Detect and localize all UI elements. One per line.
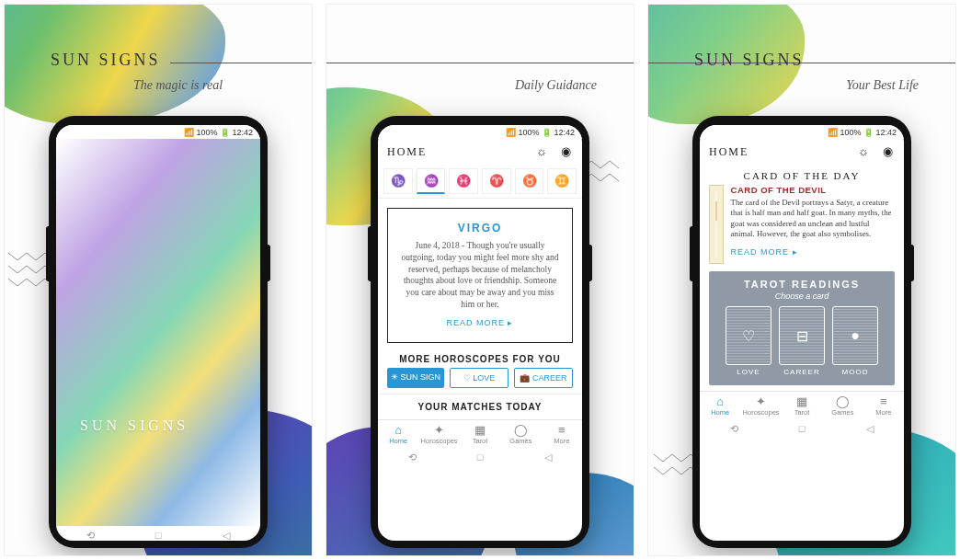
- nav-more[interactable]: ≡More: [542, 420, 582, 448]
- app-bar: HOME ☼ ◉: [378, 139, 582, 165]
- nav-more[interactable]: ≡More: [863, 392, 904, 419]
- home-icon[interactable]: □: [472, 451, 488, 461]
- cod-text: The card of the Devil portrays a Satyr, …: [731, 198, 895, 240]
- brand-title: SUN SIGNS: [694, 51, 805, 70]
- cards-icon: ▦: [460, 424, 500, 436]
- promo-panel-3: SUN SIGNS Your Best Life 📶 100% 🔋 12:42 …: [647, 4, 956, 556]
- status-bar: 📶 100% 🔋 12:42: [56, 125, 260, 139]
- android-navbar: ⟲ □ ◁: [56, 526, 260, 541]
- zodiac-chip[interactable]: ♊: [547, 168, 577, 194]
- cards-icon: ▦: [782, 395, 822, 407]
- status-bar: 📶 100% 🔋 12:42: [378, 125, 582, 139]
- star-icon: ✦: [740, 395, 781, 407]
- zodiac-chip[interactable]: ♒: [417, 168, 446, 194]
- zodiac-chip[interactable]: ♈: [482, 168, 511, 194]
- splash-screen: SUN SIGNS: [56, 139, 260, 526]
- zodiac-chip[interactable]: ♑: [383, 168, 413, 194]
- profile-icon[interactable]: ◉: [561, 144, 573, 158]
- heart-icon: ♡: [726, 306, 771, 365]
- read-more-link[interactable]: READ MORE ▸: [446, 318, 513, 327]
- chip-sunsign[interactable]: ☀ SUN SIGN: [387, 368, 444, 388]
- phone-mock: 📶 100% 🔋 12:42 HOME ☼ ◉ CARD OF THE DAY …: [692, 116, 911, 548]
- nav-home[interactable]: ⌂Home: [700, 392, 740, 419]
- screenshot-gallery: SUN SIGNS The magic is real 📶 100% 🔋 12:…: [0, 0, 960, 560]
- recent-icon[interactable]: ⟲: [404, 451, 420, 461]
- sign-name: VIRGO: [399, 222, 561, 234]
- nav-home[interactable]: ⌂Home: [378, 420, 418, 448]
- zodiac-chip[interactable]: ♓: [449, 168, 478, 194]
- circle-icon: ◯: [822, 395, 863, 407]
- phone-mock: 📶 100% 🔋 12:42 HOME ☼ ◉ ♑ ♒ ♓ ♈ ♉ ♊: [371, 116, 589, 548]
- zodiac-picker: ♑ ♒ ♓ ♈ ♉ ♊: [378, 165, 582, 199]
- horoscope-text: June 4, 2018 - Though you're usually out…: [399, 240, 561, 311]
- profile-icon[interactable]: ◉: [883, 144, 895, 158]
- menu-icon: ≡: [542, 424, 582, 436]
- phone-mock: 📶 100% 🔋 12:42 SUN SIGNS ⟲ □ ◁: [49, 116, 268, 548]
- nav-tarot[interactable]: ▦Tarot: [782, 392, 822, 419]
- back-icon[interactable]: ◁: [862, 423, 878, 432]
- chip-career[interactable]: 💼 CAREER: [514, 368, 573, 388]
- page-title: HOME: [709, 145, 749, 159]
- phone-screen: 📶 100% 🔋 12:42 HOME ☼ ◉ CARD OF THE DAY …: [700, 125, 904, 541]
- nav-games[interactable]: ◯Games: [822, 392, 863, 419]
- tarot-card-mood[interactable]: ●MOOD: [832, 306, 878, 376]
- theme-icon[interactable]: ☼: [858, 144, 871, 158]
- cod-header: CARD OF THE DAY: [709, 170, 895, 181]
- star-icon: ✦: [418, 424, 459, 436]
- panel-subtitle: The magic is real: [133, 78, 223, 93]
- back-icon[interactable]: ◁: [540, 451, 556, 461]
- panel-subtitle: Your Best Life: [846, 78, 919, 93]
- tarot-readings: TAROT READINGS Choose a card ♡LOVE ⊟CARE…: [709, 271, 895, 385]
- decor-rule: [170, 63, 312, 63]
- menu-icon: ≡: [863, 395, 904, 407]
- nav-horoscopes[interactable]: ✦Horoscopes: [418, 420, 459, 448]
- brand-title: SUN SIGNS: [51, 51, 161, 70]
- cod-title: CARD OF THE DEVIL: [731, 185, 895, 195]
- promo-panel-1: SUN SIGNS The magic is real 📶 100% 🔋 12:…: [4, 4, 313, 556]
- card-of-day: CARD OF THE DAY CARD OF THE DEVIL The ca…: [700, 165, 904, 264]
- circle-icon: ◯: [500, 424, 541, 436]
- nav-horoscopes[interactable]: ✦Horoscopes: [740, 392, 781, 419]
- phone-screen: 📶 100% 🔋 12:42 SUN SIGNS ⟲ □ ◁: [56, 125, 260, 541]
- bottom-nav: ⌂Home ✦Horoscopes ▦Tarot ◯Games ≡More: [378, 419, 582, 448]
- bottom-nav: ⌂Home ✦Horoscopes ▦Tarot ◯Games ≡More: [700, 391, 904, 419]
- tarot-card-career[interactable]: ⊟CAREER: [779, 306, 825, 376]
- back-icon[interactable]: ◁: [218, 530, 234, 539]
- tarot-card-image[interactable]: [709, 185, 724, 264]
- tarot-subtitle: Choose a card: [716, 291, 887, 301]
- decor-rule: [326, 63, 634, 63]
- zodiac-chip[interactable]: ♉: [515, 168, 544, 194]
- matches-header[interactable]: YOUR MATCHES TODAY: [378, 394, 582, 419]
- home-icon[interactable]: □: [794, 423, 810, 432]
- promo-panel-2: Daily Guidance 📶 100% 🔋 12:42 HOME ☼ ◉ ♑…: [326, 4, 634, 556]
- app-bar: HOME ☼ ◉: [700, 139, 904, 165]
- splash-wordmark: SUN SIGNS: [80, 417, 189, 434]
- recent-icon[interactable]: ⟲: [82, 530, 98, 539]
- tarot-card-love[interactable]: ♡LOVE: [726, 306, 771, 376]
- chip-love[interactable]: ♡ LOVE: [450, 368, 509, 388]
- theme-icon[interactable]: ☼: [536, 144, 549, 158]
- panel-subtitle: Daily Guidance: [515, 78, 597, 93]
- recent-icon[interactable]: ⟲: [726, 423, 742, 432]
- android-navbar: ⟲ □ ◁: [700, 419, 904, 434]
- horoscope-type-chips: ☀ SUN SIGN ♡ LOVE 💼 CAREER: [378, 368, 582, 394]
- briefcase-icon: ⊟: [779, 306, 825, 365]
- read-more-link[interactable]: READ MORE ▸: [731, 247, 798, 257]
- more-horoscopes-label: MORE HOROSCOPES FOR YOU: [378, 354, 582, 364]
- android-navbar: ⟲ □ ◁: [378, 448, 582, 463]
- phone-screen: 📶 100% 🔋 12:42 HOME ☼ ◉ ♑ ♒ ♓ ♈ ♉ ♊: [378, 125, 582, 541]
- home-icon[interactable]: □: [150, 530, 166, 539]
- home-icon: ⌂: [700, 395, 740, 407]
- circle-icon: ●: [832, 306, 878, 365]
- horoscope-card: VIRGO June 4, 2018 - Though you're usual…: [387, 208, 573, 343]
- nav-games[interactable]: ◯Games: [500, 420, 541, 448]
- page-title: HOME: [387, 145, 427, 159]
- nav-tarot[interactable]: ▦Tarot: [460, 420, 500, 448]
- home-icon: ⌂: [378, 424, 418, 436]
- status-bar: 📶 100% 🔋 12:42: [700, 125, 904, 139]
- tarot-title: TAROT READINGS: [716, 279, 887, 290]
